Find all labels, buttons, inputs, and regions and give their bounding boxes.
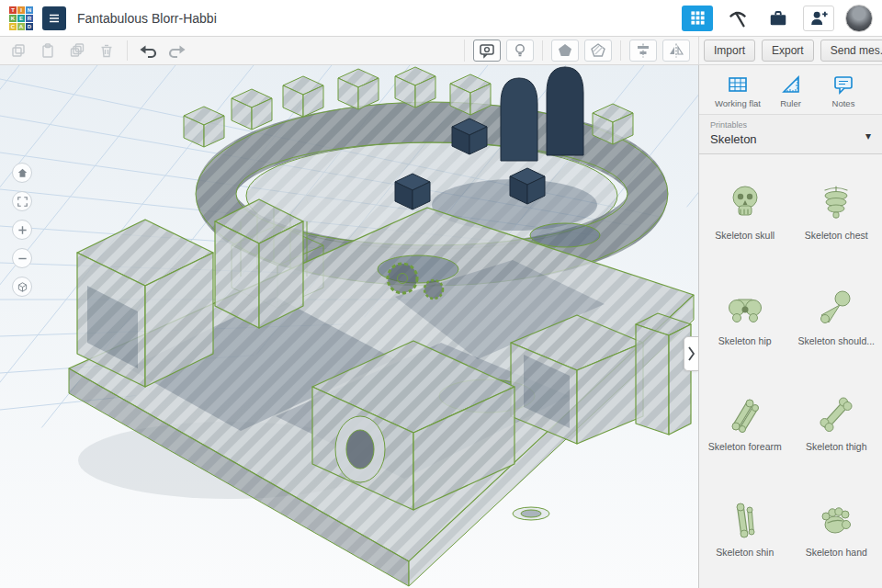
duplicate-icon: [69, 42, 85, 59]
plus-icon: [17, 224, 28, 236]
dropdown-value: Skeleton: [710, 132, 871, 146]
blocks-view-button[interactable]: [682, 6, 713, 31]
zoom-out-button[interactable]: [12, 248, 32, 268]
notes-helper[interactable]: Notes: [818, 74, 869, 108]
mirror-button[interactable]: [662, 40, 690, 62]
parts-grid: Skeleton skull Skeleton chest: [699, 154, 882, 588]
view-tools-group: [464, 40, 698, 62]
part-label: Skeleton hip: [701, 335, 789, 346]
home-view-button[interactable]: [12, 163, 32, 183]
part-label: Skeleton chest: [793, 230, 881, 241]
list-icon: [47, 11, 62, 26]
part-skeleton-shoulder[interactable]: Skeleton should...: [791, 273, 882, 379]
divider: [620, 40, 621, 61]
viewport-canvas[interactable]: [0, 65, 698, 588]
helper-label: Ruler: [765, 98, 817, 108]
ruler-helper[interactable]: Ruler: [765, 74, 817, 108]
tinkercad-logo[interactable]: TINKERCAD: [9, 6, 33, 30]
part-label: Skeleton should...: [793, 335, 881, 346]
delete-button[interactable]: [92, 37, 121, 64]
chevron-down-icon: ▾: [865, 130, 871, 142]
part-skeleton-chest[interactable]: Skeleton chest: [791, 167, 882, 273]
import-button[interactable]: Import: [704, 40, 755, 62]
skeleton-shin-icon: [724, 499, 766, 541]
redo-icon: [168, 42, 187, 59]
dropdown-label: Printables: [710, 120, 871, 130]
copy-icon: [10, 42, 27, 59]
avatar[interactable]: [845, 5, 873, 32]
workplane-helper[interactable]: Working flat: [712, 74, 763, 108]
view-navigation: [12, 163, 32, 297]
fit-view-button[interactable]: [12, 191, 32, 211]
header: TINKERCAD Fantabulous Blorr-Habbi: [0, 0, 882, 37]
fit-view-icon: [17, 196, 28, 208]
part-label: Skeleton thigh: [793, 441, 881, 452]
skeleton-shoulder-icon: [815, 288, 857, 330]
part-label: Skeleton skull: [701, 230, 789, 241]
undo-button[interactable]: [133, 37, 163, 64]
main-area: Working flat Ruler Notes: [0, 65, 882, 588]
paste-button[interactable]: [33, 37, 62, 64]
home-icon: [17, 167, 28, 179]
io-buttons-group: Import Export Send mes...: [698, 37, 882, 64]
view-orientation-button[interactable]: [12, 277, 32, 297]
tinkercad-app: TINKERCAD Fantabulous Blorr-Habbi: [0, 0, 882, 588]
toolbar: Import Export Send mes...: [0, 37, 882, 65]
paste-icon: [40, 42, 56, 59]
scene-3d[interactable]: [0, 65, 698, 588]
export-button[interactable]: Export: [762, 40, 814, 62]
undo-icon: [139, 42, 157, 59]
designs-menu-button[interactable]: [42, 6, 66, 30]
model-3d[interactable]: [69, 67, 694, 586]
show-notes-button[interactable]: [473, 40, 501, 62]
align-icon: [635, 42, 651, 59]
duplicate-button[interactable]: [62, 37, 92, 64]
solid-shape-icon: [557, 42, 573, 59]
hole-shape-button[interactable]: [584, 40, 612, 62]
helper-label: Notes: [818, 98, 869, 108]
part-skeleton-shin[interactable]: Skeleton shin: [699, 484, 791, 588]
skeleton-hip-icon: [724, 288, 766, 330]
panel-collapse-handle[interactable]: [684, 336, 698, 371]
skeleton-forearm-icon: [724, 393, 766, 435]
part-label: Skeleton shin: [701, 547, 789, 558]
cube-icon: [17, 281, 28, 293]
mirror-icon: [668, 42, 684, 59]
skeleton-thigh-icon: [815, 393, 857, 435]
solid-shape-button[interactable]: [551, 40, 579, 62]
pickaxe-icon: [728, 8, 748, 28]
shapes-panel: Working flat Ruler Notes: [698, 65, 882, 588]
align-button[interactable]: [629, 40, 657, 62]
helper-tools: Working flat Ruler Notes: [699, 65, 882, 115]
redo-button[interactable]: [163, 37, 192, 64]
lightbulb-icon: [512, 42, 528, 59]
skeleton-chest-icon: [815, 182, 857, 224]
part-skeleton-forearm[interactable]: Skeleton forearm: [699, 379, 791, 484]
design-title[interactable]: Fantabulous Blorr-Habbi: [77, 11, 217, 26]
mine-button[interactable]: [722, 6, 753, 31]
hints-button[interactable]: [506, 40, 534, 62]
helper-label: Working flat: [712, 98, 763, 108]
workplane-icon: [727, 74, 749, 96]
ruler-icon: [780, 74, 802, 96]
edit-tools-group: [0, 37, 464, 64]
briefcase-icon: [768, 8, 788, 28]
part-skeleton-thigh[interactable]: Skeleton thigh: [791, 379, 882, 484]
copy-button[interactable]: [4, 37, 33, 64]
portfolio-button[interactable]: [763, 6, 794, 31]
category-dropdown[interactable]: Printables Skeleton ▾: [699, 115, 882, 154]
grid-icon: [690, 10, 706, 26]
part-skeleton-hand[interactable]: Skeleton hand: [791, 484, 882, 588]
minus-icon: [17, 253, 28, 265]
part-label: Skeleton forearm: [701, 441, 789, 452]
comment-bubble-icon: [479, 42, 495, 59]
divider: [127, 40, 128, 61]
skeleton-hand-icon: [815, 499, 857, 541]
add-person-icon: [808, 8, 829, 28]
part-skeleton-skull[interactable]: Skeleton skull: [699, 167, 791, 273]
part-skeleton-hip[interactable]: Skeleton hip: [699, 273, 791, 379]
zoom-in-button[interactable]: [12, 220, 32, 240]
send-button[interactable]: Send mes...: [820, 40, 882, 62]
invite-button[interactable]: [803, 6, 834, 31]
trash-icon: [98, 42, 115, 59]
